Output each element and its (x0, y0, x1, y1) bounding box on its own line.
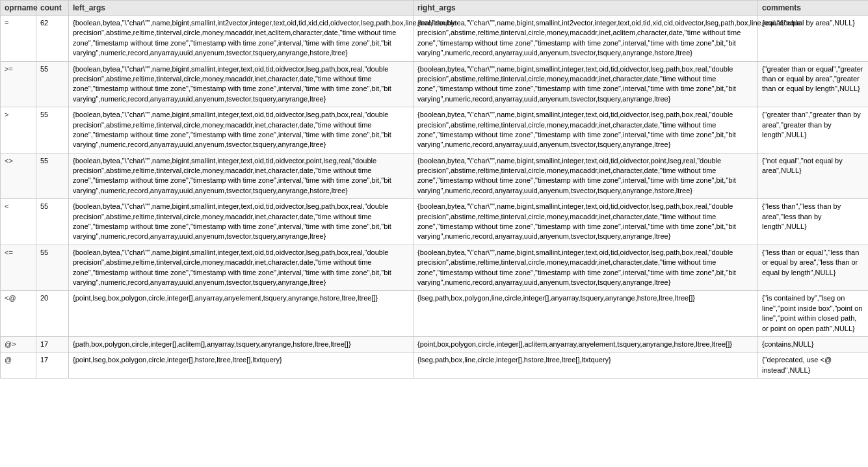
cell-oprname: < (1, 199, 36, 245)
cell-oprname: = (1, 16, 36, 62)
table-row: <@20{point,lseg,box,polygon,circle,integ… (1, 291, 869, 337)
cell-oprname: <= (1, 245, 36, 291)
cell-left-args: {boolean,bytea,"\"char\"",name,bigint,sm… (69, 61, 414, 107)
table-row: >55{boolean,bytea,"\"char\"",name,bigint… (1, 107, 869, 153)
cell-comments: {"greater than or equal","greater than o… (758, 61, 869, 107)
cell-comments: {"not equal","not equal by area",NULL} (758, 153, 869, 199)
cell-count: 17 (36, 336, 69, 352)
cell-comments: {contains,NULL} (758, 336, 869, 352)
cell-oprname: <@ (1, 291, 36, 337)
cell-right-args: {boolean,bytea,"\"char\"",name,bigint,sm… (414, 16, 758, 62)
header-right-args: right_args (414, 1, 758, 16)
cell-count: 55 (36, 245, 69, 291)
cell-comments: {"deprecated, use <@ instead",NULL} (758, 353, 869, 379)
cell-right-args: {point,box,polygon,circle,integer[],acli… (414, 336, 758, 352)
header-left-args: left_args (69, 1, 414, 16)
cell-oprname: > (1, 107, 36, 153)
header-oprname: oprname (1, 1, 36, 16)
cell-left-args: {point,lseg,box,polygon,circle,integer[]… (69, 353, 414, 379)
cell-count: 55 (36, 199, 69, 245)
cell-comments: {"less than or equal","less than or equa… (758, 245, 869, 291)
cell-count: 17 (36, 353, 69, 379)
cell-right-args: {boolean,bytea,"\"char\"",name,bigint,sm… (414, 199, 758, 245)
cell-left-args: {path,box,polygon,circle,integer[],aclit… (69, 336, 414, 352)
table-row: @>17{path,box,polygon,circle,integer[],a… (1, 336, 869, 352)
cell-right-args: {lseg,path,box,polygon,line,circle,integ… (414, 291, 758, 337)
cell-comments: {equal,"equal by area",NULL} (758, 16, 869, 62)
cell-count: 55 (36, 61, 69, 107)
cell-count: 55 (36, 153, 69, 199)
cell-oprname: <> (1, 153, 36, 199)
cell-comments: {"less than","less than by area","less t… (758, 199, 869, 245)
cell-left-args: {boolean,bytea,"\"char\"",name,bigint,sm… (69, 16, 414, 62)
table-header-row: oprname count left_args right_args comme… (1, 1, 869, 16)
cell-count: 55 (36, 107, 69, 153)
table-row: @17{point,lseg,box,polygon,circle,intege… (1, 353, 869, 379)
table-row: <>55{boolean,bytea,"\"char\"",name,bigin… (1, 153, 869, 199)
cell-right-args: {boolean,bytea,"\"char\"",name,bigint,sm… (414, 245, 758, 291)
table-row: =62{boolean,bytea,"\"char\"",name,bigint… (1, 16, 869, 62)
cell-count: 62 (36, 16, 69, 62)
cell-comments: {"is contained by","lseg on line","point… (758, 291, 869, 337)
cell-oprname: @ (1, 353, 36, 379)
cell-count: 20 (36, 291, 69, 337)
cell-left-args: {boolean,bytea,"\"char\"",name,bigint,sm… (69, 245, 414, 291)
header-count: count (36, 1, 69, 16)
cell-right-args: {lseg,path,box,line,circle,integer[],hst… (414, 353, 758, 379)
cell-left-args: {boolean,bytea,"\"char\"",name,bigint,sm… (69, 199, 414, 245)
table-row: <=55{boolean,bytea,"\"char\"",name,bigin… (1, 245, 869, 291)
cell-right-args: {boolean,bytea,"\"char\"",name,bigint,sm… (414, 153, 758, 199)
operators-table: oprname count left_args right_args comme… (0, 0, 868, 379)
cell-oprname: @> (1, 336, 36, 352)
cell-left-args: {point,lseg,box,polygon,circle,integer[]… (69, 291, 414, 337)
cell-left-args: {boolean,bytea,"\"char\"",name,bigint,sm… (69, 107, 414, 153)
cell-oprname: >= (1, 61, 36, 107)
table-row: <55{boolean,bytea,"\"char\"",name,bigint… (1, 199, 869, 245)
cell-left-args: {boolean,bytea,"\"char\"",name,bigint,sm… (69, 153, 414, 199)
header-comments: comments (758, 1, 869, 16)
cell-right-args: {boolean,bytea,"\"char\"",name,bigint,sm… (414, 107, 758, 153)
cell-comments: {"greater than","greater than by area","… (758, 107, 869, 153)
table-row: >=55{boolean,bytea,"\"char\"",name,bigin… (1, 61, 869, 107)
cell-right-args: {boolean,bytea,"\"char\"",name,bigint,sm… (414, 61, 758, 107)
